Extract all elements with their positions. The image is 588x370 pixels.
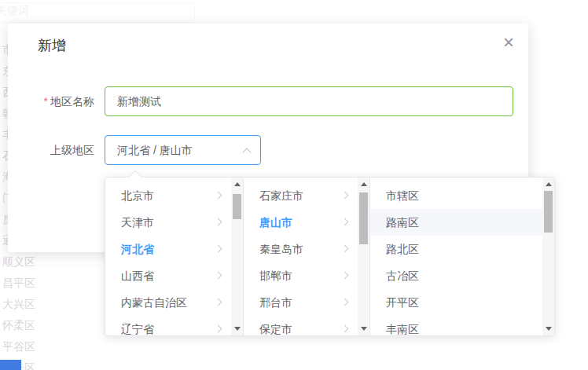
chevron-right-icon bbox=[341, 245, 349, 253]
chevron-right-icon bbox=[215, 192, 222, 200]
scrollbar-thumb[interactable] bbox=[359, 192, 368, 244]
region-name-value: 新增测试 bbox=[117, 95, 161, 108]
cascader-option[interactable]: 古冶区 bbox=[370, 262, 542, 289]
scrollbar-up-arrow-icon[interactable] bbox=[358, 178, 369, 191]
chevron-right-icon bbox=[215, 218, 222, 226]
cascader-option[interactable]: 河北省 bbox=[105, 236, 231, 262]
region-name-label-text: 地区名称 bbox=[50, 95, 94, 108]
scrollbar-down-arrow-icon[interactable] bbox=[358, 322, 369, 335]
cascader-option-label: 路北区 bbox=[386, 243, 419, 255]
cascader-option[interactable]: 丰南区 bbox=[370, 316, 542, 335]
close-icon[interactable]: × bbox=[503, 33, 514, 52]
scrollbar[interactable] bbox=[542, 178, 554, 335]
cascader-option[interactable]: 秦皇岛市 bbox=[244, 236, 358, 262]
scrollbar-down-arrow-icon[interactable] bbox=[542, 322, 554, 335]
parent-region-cascader-input[interactable]: 河北省 / 唐山市 bbox=[105, 135, 261, 165]
cascader-option-label: 路南区 bbox=[386, 216, 419, 229]
chevron-right-icon bbox=[341, 192, 349, 200]
scrollbar[interactable] bbox=[231, 178, 243, 335]
cascader-option-label: 唐山市 bbox=[259, 216, 292, 229]
scrollbar-thumb[interactable] bbox=[233, 194, 241, 219]
cascader-column-province: 北京市天津市河北省山西省内蒙古自治区辽宁省 bbox=[105, 178, 244, 335]
cascader-column-district: 市辖区路南区路北区古冶区开平区丰南区 bbox=[370, 178, 554, 335]
background-blue-element bbox=[0, 360, 21, 370]
cascader-option-label: 石家庄市 bbox=[259, 189, 303, 202]
scrollbar-down-arrow-icon[interactable] bbox=[231, 322, 243, 335]
region-name-label: *地区名称 bbox=[8, 86, 94, 116]
parent-region-label: 上级地区 bbox=[8, 135, 94, 165]
cascader-option[interactable]: 北京市 bbox=[105, 182, 231, 209]
cascader-option-label: 保定市 bbox=[259, 323, 292, 335]
chevron-right-icon bbox=[341, 218, 349, 226]
cascader-dropdown: 北京市天津市河北省山西省内蒙古自治区辽宁省石家庄市唐山市秦皇岛市邯郸市邢台市保定… bbox=[105, 177, 555, 336]
parent-region-value: 河北省 / 唐山市 bbox=[117, 144, 193, 156]
cascader-option-label: 河北省 bbox=[121, 243, 154, 255]
region-name-input[interactable]: 新增测试 bbox=[105, 86, 513, 116]
cascader-option[interactable]: 山西省 bbox=[105, 262, 231, 289]
cascader-option-label: 内蒙古自治区 bbox=[121, 296, 187, 309]
cascader-option-label: 邢台市 bbox=[259, 296, 292, 309]
cascader-option[interactable]: 市辖区 bbox=[370, 182, 542, 209]
chevron-right-icon bbox=[215, 245, 222, 253]
chevron-right-icon bbox=[341, 325, 349, 333]
chevron-right-icon bbox=[215, 299, 222, 306]
cascader-option[interactable]: 内蒙古自治区 bbox=[105, 289, 231, 316]
chevron-right-icon bbox=[341, 299, 349, 306]
cascader-option-label: 市辖区 bbox=[386, 189, 419, 202]
cascader-option[interactable]: 石家庄市 bbox=[244, 182, 358, 209]
scrollbar-up-arrow-icon[interactable] bbox=[231, 178, 243, 191]
cascader-option[interactable]: 唐山市 bbox=[244, 209, 358, 236]
cascader-option[interactable]: 路北区 bbox=[370, 236, 542, 262]
cascader-option-label: 邯郸市 bbox=[259, 269, 292, 282]
dialog-title: 新增 bbox=[38, 36, 66, 55]
page: 关键词 市辖区东城区西城区朝阳区丰台区石景山区海淀区门头沟区房山区通州区顺义区昌… bbox=[0, 0, 588, 370]
required-asterisk: * bbox=[44, 95, 48, 108]
cascader-option[interactable]: 保定市 bbox=[244, 316, 358, 335]
scrollbar-thumb[interactable] bbox=[544, 191, 553, 233]
cascader-column-city: 石家庄市唐山市秦皇岛市邯郸市邢台市保定市 bbox=[244, 178, 370, 335]
chevron-up-icon bbox=[242, 148, 251, 156]
scrollbar[interactable] bbox=[358, 178, 369, 335]
chevron-right-icon bbox=[215, 325, 222, 333]
cascader-option-label: 开平区 bbox=[386, 296, 419, 309]
chevron-right-icon bbox=[341, 272, 349, 280]
cascader-option-label: 古冶区 bbox=[386, 269, 419, 282]
scrollbar-up-arrow-icon[interactable] bbox=[542, 178, 554, 191]
cascader-option-label: 北京市 bbox=[121, 189, 154, 202]
cascader-option-label: 天津市 bbox=[121, 216, 154, 229]
cascader-option[interactable]: 辽宁省 bbox=[105, 316, 231, 335]
cascader-option-label: 辽宁省 bbox=[121, 323, 154, 335]
cascader-option-label: 丰南区 bbox=[386, 323, 419, 335]
cascader-option[interactable]: 开平区 bbox=[370, 289, 542, 316]
cascader-option-label: 山西省 bbox=[121, 269, 154, 282]
cascader-option-label: 秦皇岛市 bbox=[259, 243, 303, 255]
cascader-option[interactable]: 天津市 bbox=[105, 209, 231, 236]
cascader-option[interactable]: 邯郸市 bbox=[244, 262, 358, 289]
cascader-option[interactable]: 路南区 bbox=[370, 209, 542, 236]
chevron-right-icon bbox=[215, 272, 222, 280]
cascader-option[interactable]: 邢台市 bbox=[244, 289, 358, 316]
